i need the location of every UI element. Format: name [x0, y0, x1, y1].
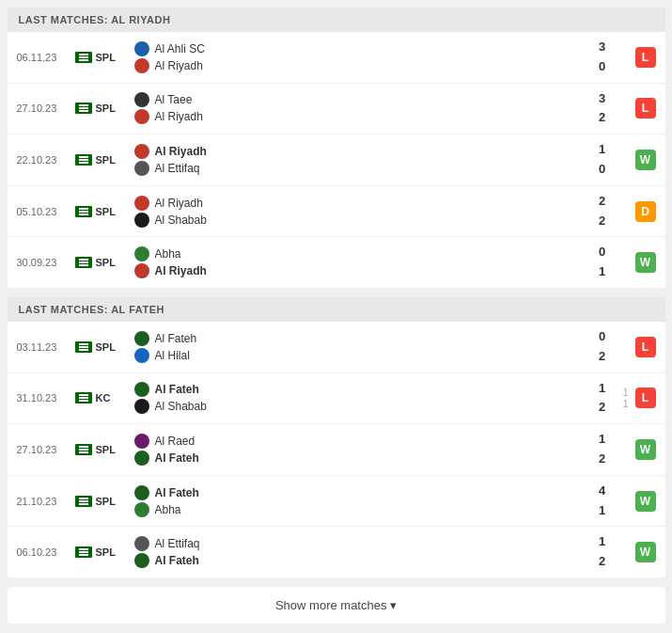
saudi-flag-icon — [75, 546, 92, 558]
match-row[interactable]: 27.10.23SPLAl RaedAl Fateh12W — [8, 424, 665, 476]
match-row[interactable]: 31.10.23KCAl FatehAl Shabab1211L — [8, 373, 665, 425]
team1-line: Al Riyadh — [134, 144, 581, 159]
match-league: SPL — [75, 341, 127, 353]
score-team2: 2 — [593, 398, 612, 418]
team2-line: Al Riyadh — [134, 109, 581, 124]
match-league: SPL — [75, 154, 127, 166]
match-row[interactable]: 22.10.23SPLAl RiyadhAl Ettifaq10W — [8, 135, 665, 186]
score-team2: 1 — [593, 501, 612, 521]
agg-score-team2: 1 — [618, 398, 633, 409]
score-team2: 2 — [593, 108, 612, 128]
match-row[interactable]: 03.11.23SPLAl FatehAl Hilal02L — [8, 322, 665, 373]
score-team1: 1 — [593, 379, 612, 399]
alriyadh-logo — [134, 58, 149, 73]
teams-area: Al EttifaqAl Fateh — [127, 536, 588, 568]
result-badge: W — [635, 252, 656, 273]
agg-score-team1: 1 — [618, 387, 633, 398]
match-date: 05.10.23 — [17, 206, 75, 217]
score-team1: 0 — [593, 327, 612, 347]
league-label: SPL — [96, 257, 116, 268]
team2-line: Al Shabab — [134, 213, 581, 228]
match-row[interactable]: 06.10.23SPLAl EttifaqAl Fateh12W — [8, 527, 665, 578]
alfateh-logo — [134, 553, 149, 568]
show-more-link[interactable]: Show more matches ▾ — [275, 598, 397, 612]
score-column: 02 — [588, 327, 617, 367]
team1-name: Abha — [155, 247, 581, 261]
league-label: SPL — [96, 444, 116, 455]
score-column: 30 — [588, 38, 617, 77]
alettifaq-logo — [134, 536, 149, 551]
match-date: 06.10.23 — [17, 546, 75, 558]
score-team2: 2 — [593, 347, 612, 367]
team2-name: Al Riyadh — [155, 59, 581, 72]
team2-name: Al Fateh — [155, 451, 581, 465]
team1-line: Abha — [134, 246, 581, 261]
teams-area: Al FatehAl Hilal — [127, 331, 588, 363]
score-team1: 1 — [593, 140, 612, 160]
team2-line: Al Fateh — [134, 451, 581, 466]
score-column: 12 — [588, 379, 617, 419]
alraed-logo — [134, 434, 149, 449]
league-label: SPL — [96, 341, 116, 353]
team1-name: Al Fateh — [155, 383, 581, 396]
score-column: 10 — [588, 140, 617, 180]
score-team1: 1 — [593, 430, 612, 450]
league-label: SPL — [96, 496, 116, 507]
saudi-flag-icon — [75, 392, 92, 404]
team1-name: Al Taee — [155, 93, 581, 106]
match-row[interactable]: 27.10.23SPLAl TaeeAl Riyadh32L — [8, 84, 665, 135]
alriyadh-logo — [134, 196, 149, 211]
league-label: SPL — [96, 154, 116, 166]
match-league: KC — [75, 392, 127, 404]
team1-name: Al Riyadh — [155, 197, 581, 210]
score-team1: 1 — [593, 532, 612, 552]
match-row[interactable]: 21.10.23SPLAl FatehAbha41W — [8, 476, 665, 528]
al-fateh-section-header: LAST MATCHES: AL FATEH — [8, 297, 665, 322]
result-badge: L — [635, 47, 656, 68]
score-team2: 2 — [593, 450, 612, 469]
match-date: 27.10.23 — [17, 444, 75, 455]
team1-name: Al Fateh — [155, 332, 581, 345]
score-column: 12 — [588, 430, 617, 469]
team2-name: Al Shabab — [155, 400, 581, 413]
score-column: 22 — [588, 192, 617, 231]
saudi-flag-icon — [75, 444, 92, 455]
altaee-logo — [134, 92, 149, 107]
result-badge: W — [635, 150, 656, 170]
score-team1: 4 — [593, 482, 612, 501]
result-badge: L — [635, 337, 656, 357]
team1-line: Al Ahli SC — [134, 41, 581, 56]
score-team1: 0 — [593, 243, 612, 262]
al-riyadh-matches: 06.11.23SPLAl Ahli SCAl Riyadh30L27.10.2… — [8, 32, 665, 288]
teams-area: Al Ahli SCAl Riyadh — [127, 41, 588, 73]
team2-line: Al Riyadh — [134, 58, 581, 73]
league-label: KC — [96, 392, 111, 404]
abha-logo — [134, 246, 149, 261]
team2-line: Al Hilal — [134, 348, 581, 363]
team2-line: Al Shabab — [134, 399, 581, 414]
teams-area: Al RiyadhAl Shabab — [127, 196, 588, 228]
score-team2: 0 — [593, 160, 612, 180]
league-label: SPL — [96, 206, 116, 217]
match-row[interactable]: 05.10.23SPLAl RiyadhAl Shabab22D — [8, 186, 665, 238]
chevron-down-icon: ▾ — [390, 598, 397, 612]
match-league: SPL — [75, 103, 127, 114]
team1-line: Al Raed — [134, 434, 581, 449]
alshabab-logo — [134, 213, 149, 228]
teams-area: Al FatehAbha — [127, 485, 588, 517]
saudi-flag-icon — [75, 206, 92, 217]
score-column: 32 — [588, 89, 617, 129]
score-column: 01 — [588, 243, 617, 282]
saudi-flag-icon — [75, 154, 92, 166]
team2-name: Abha — [155, 503, 581, 516]
alriyadh-logo — [134, 263, 149, 278]
match-league: SPL — [75, 52, 127, 63]
team2-name: Al Riyadh — [155, 264, 581, 277]
team1-name: Al Riyadh — [155, 145, 581, 158]
match-row[interactable]: 06.11.23SPLAl Ahli SCAl Riyadh30L — [8, 32, 665, 84]
match-date: 30.09.23 — [17, 257, 75, 268]
alfateh-logo — [134, 382, 149, 397]
team2-line: Al Riyadh — [134, 263, 581, 278]
score-team1: 2 — [593, 192, 612, 212]
match-row[interactable]: 30.09.23SPLAbhaAl Riyadh01W — [8, 237, 665, 288]
